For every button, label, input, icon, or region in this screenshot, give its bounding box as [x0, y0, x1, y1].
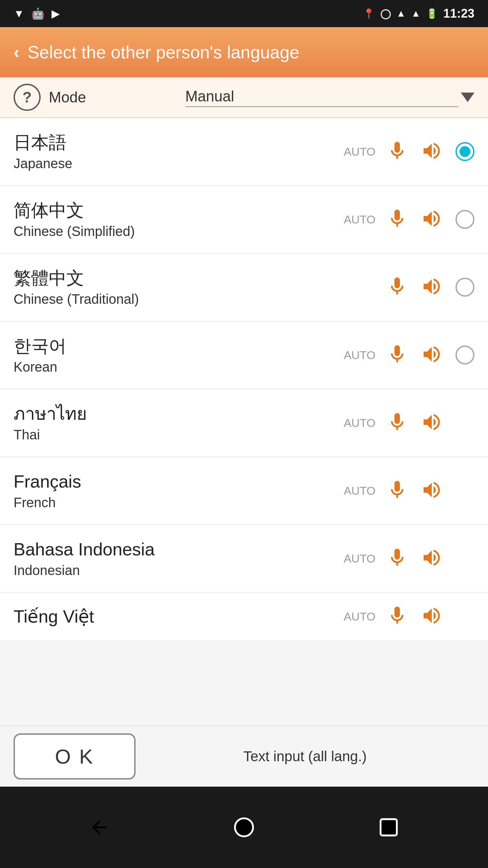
- svg-rect-1: [381, 819, 397, 835]
- speaker-icon-indonesian[interactable]: [419, 547, 445, 570]
- status-bar: ▼ 🤖 ▶ 📍 ◯ ▲ ▲ 🔋 11:23: [0, 0, 488, 27]
- location-icon: 📍: [363, 8, 375, 19]
- mic-icon-chinese-simplified[interactable]: [386, 208, 408, 231]
- language-english-indonesian: Indonesian: [14, 563, 344, 578]
- language-english-chinese-simplified: Chinese (Simplified): [14, 224, 344, 239]
- android-icon: 🤖: [31, 7, 45, 20]
- signal-icon: ▲: [411, 8, 421, 19]
- mode-label: Mode: [49, 89, 185, 106]
- language-native-korean: 한국어: [14, 335, 344, 356]
- svg-point-0: [235, 818, 253, 836]
- language-controls-thai: AUTO: [344, 411, 474, 434]
- language-native-thai: ภาษาไทย: [14, 403, 344, 424]
- language-english-chinese-traditional: Chinese (Traditional): [14, 292, 386, 307]
- language-english-thai: Thai: [14, 427, 344, 442]
- speaker-icon-korean[interactable]: [419, 343, 445, 367]
- language-native-vietnamese: Tiếng Việt: [14, 606, 344, 627]
- auto-label-chinese-simplified: AUTO: [344, 213, 375, 226]
- store-icon: ▶: [52, 7, 60, 20]
- language-english-japanese: Japanese: [14, 156, 344, 171]
- mode-value[interactable]: Manual: [185, 88, 458, 107]
- mic-icon-indonesian[interactable]: [386, 547, 408, 570]
- language-item-indonesian[interactable]: Bahasa Indonesia Indonesian AUTO: [0, 525, 488, 593]
- language-controls-chinese-simplified: AUTO: [344, 208, 474, 231]
- language-controls-indonesian: AUTO: [344, 547, 474, 570]
- language-item-chinese-simplified[interactable]: 简体中文 Chinese (Simplified) AUTO: [0, 186, 488, 254]
- auto-label-thai: AUTO: [344, 416, 375, 430]
- text-input-label[interactable]: Text input (all lang.): [136, 748, 474, 765]
- language-english-korean: Korean: [14, 359, 344, 375]
- language-item-korean[interactable]: 한국어 Korean AUTO: [0, 321, 488, 389]
- speaker-icon-japanese[interactable]: [419, 140, 445, 163]
- radio-spacer-thai: [455, 413, 474, 432]
- language-text-thai: ภาษาไทย Thai: [14, 403, 344, 442]
- language-controls-french: AUTO: [344, 479, 474, 502]
- wifi-icon: ▲: [396, 8, 406, 19]
- mic-icon-french[interactable]: [386, 479, 408, 502]
- language-text-chinese-traditional: 繁體中文 Chinese (Traditional): [14, 268, 386, 307]
- speaker-icon-thai[interactable]: [419, 411, 445, 434]
- auto-label-korean: AUTO: [344, 349, 375, 362]
- time-display: 11:23: [443, 6, 474, 21]
- mic-icon-japanese[interactable]: [386, 140, 408, 163]
- language-native-japanese: 日本語: [14, 132, 344, 153]
- auto-label-indonesian: AUTO: [344, 552, 375, 565]
- language-item-japanese[interactable]: 日本語 Japanese AUTO: [0, 118, 488, 186]
- radio-spacer-indonesian: [455, 549, 474, 568]
- home-nav-button[interactable]: [233, 816, 255, 838]
- speaker-icon-chinese-simplified[interactable]: [419, 208, 445, 231]
- language-item-chinese-traditional[interactable]: 繁體中文 Chinese (Traditional): [0, 254, 488, 321]
- battery-icon: 🔋: [426, 8, 438, 19]
- speaker-icon-vietnamese[interactable]: [419, 605, 445, 628]
- speaker-icon-french[interactable]: [419, 479, 445, 502]
- radio-spacer-vietnamese: [455, 607, 474, 626]
- language-controls-korean: AUTO: [344, 343, 474, 367]
- language-text-korean: 한국어 Korean: [14, 335, 344, 374]
- page-title: Select the other person's language: [27, 42, 299, 62]
- language-text-french: Français French: [14, 471, 344, 510]
- mode-bar: ? Mode Manual: [0, 77, 488, 118]
- mic-icon-chinese-traditional[interactable]: [386, 276, 408, 299]
- speaker-icon-chinese-traditional[interactable]: [419, 276, 445, 299]
- radio-button-chinese-simplified[interactable]: [455, 210, 474, 229]
- mic-icon-korean[interactable]: [386, 343, 408, 367]
- notification-icon: ▼: [14, 7, 24, 20]
- bottom-bar: O K Text input (all lang.): [0, 726, 488, 787]
- language-text-chinese-simplified: 简体中文 Chinese (Simplified): [14, 200, 344, 239]
- auto-label-vietnamese: AUTO: [344, 610, 375, 623]
- language-native-french: Français: [14, 471, 344, 492]
- language-native-chinese-simplified: 简体中文: [14, 200, 344, 221]
- help-button[interactable]: ?: [14, 84, 41, 111]
- mode-dropdown-arrow[interactable]: [461, 93, 474, 102]
- radio-spacer-french: [455, 481, 474, 500]
- recents-nav-button[interactable]: [378, 816, 400, 838]
- ok-button[interactable]: O K: [14, 733, 136, 780]
- auto-label-french: AUTO: [344, 484, 375, 497]
- language-item-french[interactable]: Français French AUTO: [0, 457, 488, 525]
- sim-icon: ◯: [380, 8, 391, 19]
- auto-label-japanese: AUTO: [344, 145, 375, 158]
- radio-button-chinese-traditional[interactable]: [455, 278, 474, 297]
- back-button[interactable]: ‹: [14, 42, 19, 62]
- nav-bar: [0, 787, 488, 868]
- status-icons-right: 📍 ◯ ▲ ▲ 🔋 11:23: [363, 6, 474, 21]
- back-nav-button[interactable]: [88, 816, 110, 838]
- mic-icon-vietnamese[interactable]: [386, 605, 408, 628]
- mic-icon-thai[interactable]: [386, 411, 408, 434]
- language-controls-japanese: AUTO: [344, 140, 474, 163]
- language-item-vietnamese[interactable]: Tiếng Việt AUTO: [0, 593, 488, 640]
- language-text-japanese: 日本語 Japanese: [14, 132, 344, 171]
- language-controls-vietnamese: AUTO: [344, 605, 474, 628]
- status-icons-left: ▼ 🤖 ▶: [14, 7, 60, 20]
- language-english-french: French: [14, 495, 344, 510]
- language-text-indonesian: Bahasa Indonesia Indonesian: [14, 539, 344, 578]
- radio-button-korean[interactable]: [455, 346, 474, 364]
- language-native-chinese-traditional: 繁體中文: [14, 268, 386, 289]
- language-text-vietnamese: Tiếng Việt: [14, 606, 344, 627]
- language-list: 日本語 Japanese AUTO 简体中文 Chinese (Simplifi…: [0, 118, 488, 640]
- radio-button-japanese[interactable]: [455, 142, 474, 161]
- language-item-thai[interactable]: ภาษาไทย Thai AUTO: [0, 389, 488, 457]
- language-native-indonesian: Bahasa Indonesia: [14, 539, 344, 560]
- language-controls-chinese-traditional: [386, 276, 474, 299]
- header: ‹ Select the other person's language: [0, 27, 488, 77]
